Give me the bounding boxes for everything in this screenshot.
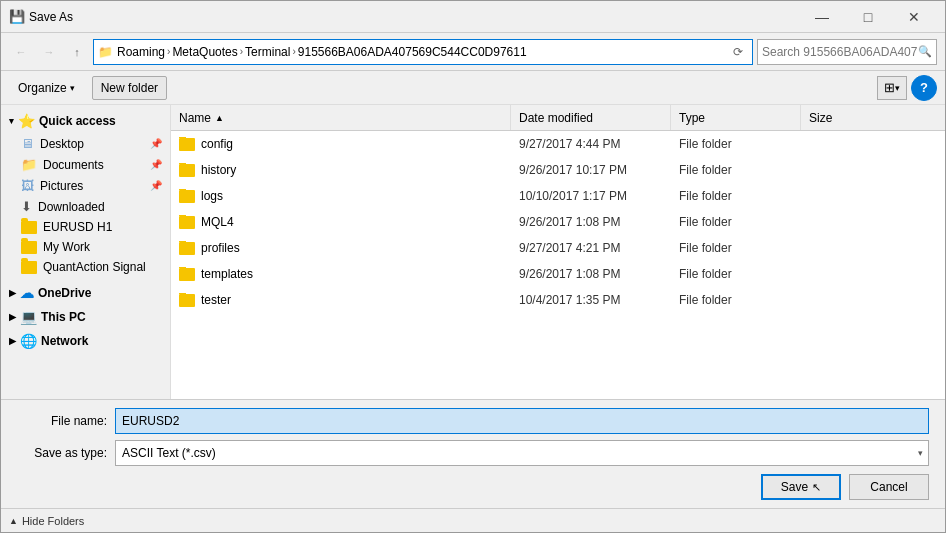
table-row[interactable]: config 9/27/2017 4:44 PM File folder xyxy=(171,131,945,157)
pin-icon3: 📌 xyxy=(150,180,162,191)
file-name-label: profiles xyxy=(201,241,240,255)
file-date-cell: 9/27/2017 4:44 PM xyxy=(511,137,671,151)
sidebar-documents-label: Documents xyxy=(43,158,104,172)
network-label: Network xyxy=(41,334,88,348)
addr-terminal: Terminal xyxy=(245,45,290,59)
address-bar[interactable]: 📁 Roaming › MetaQuotes › Terminal › 9155… xyxy=(93,39,753,65)
folder-icon xyxy=(179,164,195,177)
table-row[interactable]: templates 9/26/2017 1:08 PM File folder xyxy=(171,261,945,287)
view-button[interactable]: ⊞ ▾ xyxy=(877,76,907,100)
sidebar-item-documents[interactable]: 📁 Documents 📌 xyxy=(1,154,170,175)
file-type-cell: File folder xyxy=(671,215,801,229)
hide-folders-bar[interactable]: ▲ Hide Folders xyxy=(1,508,945,532)
this-pc-header[interactable]: ▶ 💻 This PC xyxy=(1,305,170,329)
file-type-cell: File folder xyxy=(671,267,801,281)
file-type-cell: File folder xyxy=(671,189,801,203)
folder-icon xyxy=(179,242,195,255)
dialog-icon: 💾 xyxy=(9,9,25,24)
filetype-row: Save as type: ASCII Text (*.csv) ▾ xyxy=(17,440,929,466)
folder-icon xyxy=(179,216,195,229)
documents-icon: 📁 xyxy=(21,157,37,172)
table-row[interactable]: profiles 9/27/2017 4:21 PM File folder xyxy=(171,235,945,261)
chevron-right-icon2: ▶ xyxy=(9,312,16,322)
sidebar-item-downloaded[interactable]: ⬇ Downloaded xyxy=(1,196,170,217)
quick-access-header[interactable]: ▾ ⭐ Quick access xyxy=(1,109,170,133)
refresh-button[interactable]: ⟳ xyxy=(728,42,748,62)
sidebar-mywork-label: My Work xyxy=(43,240,90,254)
sidebar-desktop-label: Desktop xyxy=(40,137,84,151)
col-date-header[interactable]: Date modified xyxy=(511,105,671,130)
chevron-right-icon3: ▶ xyxy=(9,336,16,346)
organize-button[interactable]: Organize ▾ xyxy=(9,76,84,100)
search-input[interactable] xyxy=(762,45,918,59)
chevron-down-icon: ▾ xyxy=(9,116,14,126)
organize-label: Organize xyxy=(18,81,67,95)
filename-input[interactable] xyxy=(115,408,929,434)
up-button[interactable]: ↑ xyxy=(65,40,89,64)
network-header[interactable]: ▶ 🌐 Network xyxy=(1,329,170,353)
maximize-button[interactable]: □ xyxy=(845,1,891,33)
filetype-select[interactable]: ASCII Text (*.csv) xyxy=(115,440,929,466)
onedrive-label: OneDrive xyxy=(38,286,91,300)
sidebar-item-mywork[interactable]: My Work xyxy=(1,237,170,257)
view-arrow: ▾ xyxy=(895,83,900,93)
sidebar-item-desktop[interactable]: 🖥 Desktop 📌 xyxy=(1,133,170,154)
forward-button[interactable]: → xyxy=(37,40,61,64)
file-name-cell: history xyxy=(171,163,511,177)
window-controls: — □ ✕ xyxy=(799,1,937,33)
nav-toolbar: ← → ↑ 📁 Roaming › MetaQuotes › Terminal … xyxy=(1,33,945,71)
address-parts: Roaming › MetaQuotes › Terminal › 915566… xyxy=(117,45,724,59)
filename-label: File name: xyxy=(17,414,107,428)
new-folder-button[interactable]: New folder xyxy=(92,76,167,100)
col-size-header[interactable]: Size xyxy=(801,105,945,130)
quick-access-icon: ⭐ xyxy=(18,113,35,129)
sidebar-item-pictures[interactable]: 🖼 Pictures 📌 xyxy=(1,175,170,196)
file-name-label: logs xyxy=(201,189,223,203)
col-size-label: Size xyxy=(809,111,832,125)
file-name-label: templates xyxy=(201,267,253,281)
table-row[interactable]: history 9/26/2017 10:17 PM File folder xyxy=(171,157,945,183)
pin-icon2: 📌 xyxy=(150,159,162,170)
folder-icon xyxy=(179,190,195,203)
folder-icon xyxy=(179,138,195,151)
file-type-cell: File folder xyxy=(671,137,801,151)
sidebar-item-eurusd[interactable]: EURUSD H1 xyxy=(1,217,170,237)
help-button[interactable]: ? xyxy=(911,75,937,101)
col-name-header[interactable]: Name ▲ xyxy=(171,105,511,130)
file-date-cell: 9/26/2017 10:17 PM xyxy=(511,163,671,177)
table-row[interactable]: MQL4 9/26/2017 1:08 PM File folder xyxy=(171,209,945,235)
save-button[interactable]: Save ↖ xyxy=(761,474,841,500)
cancel-button[interactable]: Cancel xyxy=(849,474,929,500)
minimize-button[interactable]: — xyxy=(799,1,845,33)
table-row[interactable]: logs 10/10/2017 1:17 PM File folder xyxy=(171,183,945,209)
close-button[interactable]: ✕ xyxy=(891,1,937,33)
addr-sep2: › xyxy=(240,46,243,57)
file-list[interactable]: config 9/27/2017 4:44 PM File folder his… xyxy=(171,131,945,399)
eurusd-folder-icon xyxy=(21,221,37,234)
pin-icon: 📌 xyxy=(150,138,162,149)
onedrive-header[interactable]: ▶ ☁ OneDrive xyxy=(1,281,170,305)
search-bar[interactable]: 🔍 xyxy=(757,39,937,65)
table-row[interactable]: tester 10/4/2017 1:35 PM File folder xyxy=(171,287,945,313)
back-button[interactable]: ← xyxy=(9,40,33,64)
folder-icon xyxy=(179,268,195,281)
file-date-cell: 9/26/2017 1:08 PM xyxy=(511,267,671,281)
sidebar-quantaction-label: QuantAction Signal xyxy=(43,260,146,274)
sidebar-item-quantaction[interactable]: QuantAction Signal xyxy=(1,257,170,277)
column-headers: Name ▲ Date modified Type Size xyxy=(171,105,945,131)
file-name-cell: config xyxy=(171,137,511,151)
view-icon: ⊞ xyxy=(884,80,895,95)
file-name-cell: profiles xyxy=(171,241,511,255)
file-name-label: tester xyxy=(201,293,231,307)
downloaded-icon: ⬇ xyxy=(21,199,32,214)
bottom-form: File name: Save as type: ASCII Text (*.c… xyxy=(1,399,945,508)
col-type-header[interactable]: Type xyxy=(671,105,801,130)
chevron-up-icon: ▲ xyxy=(9,516,18,526)
file-date-cell: 10/10/2017 1:17 PM xyxy=(511,189,671,203)
filetype-label: Save as type: xyxy=(17,446,107,460)
sidebar-eurusd-label: EURUSD H1 xyxy=(43,220,112,234)
file-name-label: config xyxy=(201,137,233,151)
sort-arrow-icon: ▲ xyxy=(215,113,224,123)
button-row: Save ↖ Cancel xyxy=(17,472,929,500)
sidebar-downloaded-label: Downloaded xyxy=(38,200,105,214)
